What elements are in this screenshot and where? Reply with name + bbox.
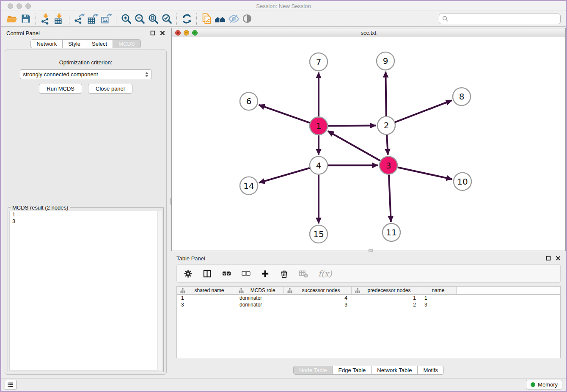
tab-motifs[interactable]: Motifs	[417, 366, 444, 375]
zoom-out-button[interactable]	[133, 12, 146, 25]
close-icon	[160, 30, 165, 36]
zoom-selected-button[interactable]	[160, 12, 173, 25]
zoom-selected-icon	[161, 13, 173, 25]
column-header-successor-nodes[interactable]: successor nodes	[284, 287, 352, 294]
clone-network-button[interactable]	[200, 12, 213, 25]
mcds-result-list[interactable]: 13	[9, 211, 162, 370]
search-input[interactable]	[450, 16, 557, 22]
network-close-button[interactable]	[175, 30, 181, 36]
tab-edge-table[interactable]: Edge Table	[332, 366, 372, 375]
export-table-button[interactable]	[86, 12, 99, 25]
delete-table-icon	[299, 269, 308, 278]
export-network-button[interactable]	[72, 12, 86, 25]
home-button[interactable]	[213, 12, 227, 25]
import-network-button[interactable]	[39, 12, 52, 25]
tab-network-table[interactable]: Network Table	[371, 366, 418, 375]
graph-edge-3-11[interactable]	[389, 175, 391, 222]
graph-node-label: 9	[383, 56, 388, 66]
column-header-predecessor-nodes[interactable]: predecessor nodes	[352, 287, 420, 294]
network-canvas[interactable]: 7968124314101511	[172, 37, 565, 251]
table-cell: dominator	[235, 295, 284, 301]
search-box[interactable]	[439, 14, 561, 24]
network-titlebar[interactable]: scc.txt	[172, 28, 565, 37]
tab-style[interactable]: Style	[62, 39, 86, 48]
tab-network[interactable]: Network	[30, 39, 63, 48]
hide-button[interactable]	[227, 12, 240, 25]
graph-edge-3-1[interactable]	[328, 131, 380, 161]
columns-icon	[203, 269, 212, 278]
run-mcds-button[interactable]: Run MCDS	[39, 84, 82, 94]
criterion-dropdown[interactable]: strongly connected component	[20, 69, 152, 79]
task-history-button[interactable]	[5, 380, 17, 390]
table-row[interactable]: 3dominator323	[177, 301, 560, 308]
close-glyph-icon	[176, 31, 179, 34]
create-column-button[interactable]	[261, 269, 270, 278]
select-all-button[interactable]	[222, 269, 231, 278]
right-column: scc.txt 7968124314101511 Table Panel	[171, 28, 566, 378]
open-session-button[interactable]	[6, 12, 19, 25]
control-panel-tabs: NetworkStyleSelectMCDS	[1, 39, 170, 48]
graph-edge-2-3[interactable]	[387, 135, 388, 155]
table-row[interactable]: 1dominator411	[177, 295, 560, 301]
save-icon	[20, 13, 31, 24]
result-scrollbar[interactable]	[157, 211, 162, 370]
close-panel-button[interactable]	[160, 30, 165, 36]
contrast-button[interactable]	[240, 12, 254, 25]
graph-edge-1-6[interactable]	[259, 105, 310, 123]
table-settings-button[interactable]	[184, 269, 193, 278]
vertical-splitter[interactable]	[170, 27, 171, 378]
graph-edge-3-10[interactable]	[397, 167, 452, 179]
splitter-grip[interactable]	[170, 198, 171, 204]
apply-layout-button[interactable]	[180, 12, 193, 25]
table-cell: 2	[352, 302, 420, 308]
zoom-in-button[interactable]	[119, 12, 133, 25]
app-window: Session: New Session	[0, 0, 567, 392]
splitter-grip[interactable]	[369, 249, 373, 252]
close-panel-action-button[interactable]: Close panel	[88, 84, 132, 94]
zoom-fit-button[interactable]	[146, 12, 160, 25]
float-table-panel-button[interactable]	[545, 256, 551, 261]
network-window: scc.txt 7968124314101511	[171, 28, 566, 251]
table-cell: 4	[284, 295, 352, 301]
show-column-panel-button[interactable]	[203, 269, 212, 278]
horizontal-splitter[interactable]	[171, 251, 566, 252]
network-minimize-button[interactable]	[184, 30, 189, 36]
import-network-icon	[40, 13, 52, 25]
function-builder-button[interactable]: f(x)	[318, 269, 332, 278]
graph-node-label: 3	[386, 160, 391, 171]
table-header-row: shared nameMCDS rolesuccessor nodesprede…	[177, 287, 560, 295]
window-title: Session: New Session	[1, 3, 566, 9]
graph-edge-2-8[interactable]	[395, 100, 452, 122]
tab-mcds[interactable]: MCDS	[113, 39, 140, 48]
dropdown-stepper-icon	[145, 72, 149, 77]
zoom-fit-icon	[148, 13, 159, 25]
network-zoom-button[interactable]	[192, 30, 198, 36]
table-cell: 3	[284, 302, 352, 308]
tab-select[interactable]: Select	[86, 39, 113, 48]
column-header-mcds-role[interactable]: MCDS role	[235, 287, 284, 294]
float-panel-button[interactable]	[150, 30, 155, 36]
memory-button[interactable]: Memory	[526, 380, 562, 389]
export-image-button[interactable]	[99, 12, 113, 25]
gear-icon	[184, 269, 193, 278]
refresh-icon	[181, 13, 193, 25]
graph-edge-2-9[interactable]	[385, 72, 386, 116]
checked-boxes-icon	[222, 269, 231, 278]
plus-glyph-icon	[193, 31, 196, 34]
open-folder-icon	[7, 13, 18, 25]
graph-edge-4-14[interactable]	[259, 168, 310, 183]
deselect-all-button[interactable]	[241, 269, 250, 278]
delete-column-button[interactable]	[280, 269, 289, 278]
save-session-button[interactable]	[19, 12, 33, 25]
status-bar: Memory	[1, 378, 566, 391]
network-graph: 7968124314101511	[172, 37, 565, 251]
import-table-button[interactable]	[52, 12, 66, 25]
delete-table-button[interactable]	[299, 269, 308, 278]
tab-node-table[interactable]: Node Table	[293, 366, 333, 375]
column-header-name[interactable]: name	[420, 287, 457, 294]
graph-node-label: 4	[316, 160, 322, 171]
column-header-shared-name[interactable]: shared name	[177, 287, 235, 294]
hierarchy-icon	[239, 288, 244, 293]
graph-edge-1-2[interactable]	[328, 126, 376, 126]
close-table-panel-button[interactable]	[555, 256, 561, 261]
